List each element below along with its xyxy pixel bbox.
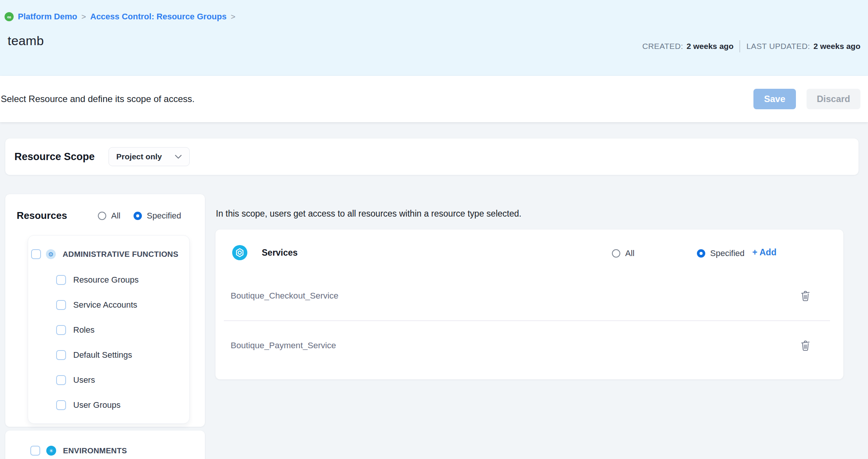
platform-logo-icon: ∞ bbox=[5, 12, 14, 21]
table-row-boutique-checkout-service: Boutique_Checkout_Service bbox=[215, 271, 843, 321]
radio-off-icon[interactable] bbox=[98, 212, 106, 220]
chevron-right-icon: > bbox=[81, 12, 86, 21]
chevron-down-icon bbox=[175, 155, 182, 159]
resources-radio-all[interactable]: All bbox=[98, 211, 120, 221]
access-control-resource-group-page: ∞ Platform Demo > Access Control: Resour… bbox=[0, 0, 868, 459]
administrative-functions-checkbox[interactable] bbox=[31, 249, 41, 259]
resources-radio-specified[interactable]: Specified bbox=[134, 211, 181, 221]
item-label: Default Settings bbox=[73, 350, 132, 360]
radio-off-icon[interactable] bbox=[612, 249, 620, 258]
service-name: Boutique_Payment_Service bbox=[231, 341, 336, 351]
section-row-environments: ✳ ENVIRONMENTS bbox=[5, 431, 205, 456]
chevron-right-icon: > bbox=[231, 12, 235, 21]
trash-icon bbox=[800, 291, 810, 301]
breadcrumb-platform-demo[interactable]: Platform Demo bbox=[18, 12, 77, 22]
resource-scope-selected-value: Project only bbox=[116, 152, 162, 161]
created-value: 2 weeks ago bbox=[687, 42, 734, 51]
item-label: Resource Groups bbox=[73, 275, 138, 285]
section-row-administrative-functions: ⚙ ADMINISTRATIVE FUNCTIONS bbox=[28, 241, 189, 267]
delete-service-button[interactable] bbox=[800, 340, 810, 351]
services-radio-all[interactable]: All bbox=[612, 248, 634, 258]
discard-button[interactable]: Discard bbox=[807, 89, 860, 109]
item-label: Roles bbox=[73, 325, 94, 335]
users-checkbox[interactable] bbox=[56, 375, 66, 385]
item-label: User Groups bbox=[73, 400, 121, 410]
environments-group: ✳ ENVIRONMENTS bbox=[5, 431, 205, 459]
delete-service-button[interactable] bbox=[800, 291, 810, 301]
radio-on-icon[interactable] bbox=[134, 212, 142, 220]
environment-icon: ✳ bbox=[46, 446, 56, 456]
list-item-roles: Roles bbox=[28, 318, 189, 343]
resource-scope-card: Resource Scope Project only bbox=[5, 138, 859, 175]
list-item-default-settings: Default Settings bbox=[28, 343, 189, 368]
list-item-resource-groups: Resource Groups bbox=[28, 267, 189, 292]
list-item-users: Users bbox=[28, 368, 189, 393]
save-button[interactable]: Save bbox=[753, 89, 796, 109]
breadcrumb-access-control-resource-groups[interactable]: Access Control: Resource Groups bbox=[90, 12, 226, 22]
trash-icon bbox=[800, 340, 810, 351]
services-card: Services All Specified + Add Boutique_Ch… bbox=[215, 230, 843, 379]
administrative-functions-group: ⚙ ADMINISTRATIVE FUNCTIONS Resource Grou… bbox=[28, 235, 190, 424]
page-header: ∞ Platform Demo > Access Control: Resour… bbox=[0, 0, 868, 76]
toolbar-actions: Save Discard bbox=[753, 89, 860, 109]
resources-radio-specified-label: Specified bbox=[147, 211, 181, 221]
gear-icon: ⚙ bbox=[46, 249, 56, 259]
resources-panel-title: Resources bbox=[17, 210, 67, 222]
services-radio-all-label: All bbox=[625, 248, 634, 258]
services-title: Services bbox=[262, 248, 298, 258]
list-item-user-groups: User Groups bbox=[28, 393, 189, 418]
scope-description: In this scope, users get access to all r… bbox=[216, 209, 521, 219]
resource-groups-checkbox[interactable] bbox=[56, 275, 66, 285]
default-settings-checkbox[interactable] bbox=[56, 350, 66, 360]
environments-checkbox[interactable] bbox=[30, 446, 40, 456]
last-updated-label: LAST UPDATED: bbox=[746, 42, 810, 51]
section-name: ADMINISTRATIVE FUNCTIONS bbox=[63, 250, 178, 259]
services-card-header: Services All Specified + Add bbox=[215, 230, 843, 271]
item-label: Service Accounts bbox=[73, 300, 137, 310]
services-radio-specified[interactable]: Specified bbox=[697, 248, 745, 258]
services-radio-specified-label: Specified bbox=[710, 248, 745, 258]
toolbar-description: Select Resource and define its scope of … bbox=[0, 94, 195, 104]
meta-divider bbox=[739, 40, 740, 52]
record-meta: CREATED: 2 weeks ago LAST UPDATED: 2 wee… bbox=[642, 40, 860, 52]
last-updated-meta: LAST UPDATED: 2 weeks ago bbox=[746, 42, 860, 51]
created-label: CREATED: bbox=[642, 42, 683, 51]
resource-scope-dropdown[interactable]: Project only bbox=[108, 147, 190, 166]
resources-radio-all-label: All bbox=[111, 211, 120, 221]
breadcrumb: ∞ Platform Demo > Access Control: Resour… bbox=[5, 12, 235, 22]
add-service-button[interactable]: + Add bbox=[752, 247, 777, 258]
service-accounts-checkbox[interactable] bbox=[56, 300, 66, 310]
resources-panel: Resources All Specified ⚙ ADMINISTRATIVE… bbox=[5, 194, 205, 427]
last-updated-value: 2 weeks ago bbox=[813, 42, 860, 51]
roles-checkbox[interactable] bbox=[56, 325, 66, 335]
user-groups-checkbox[interactable] bbox=[56, 400, 66, 410]
services-hexagon-icon bbox=[232, 245, 247, 260]
action-toolbar: Select Resource and define its scope of … bbox=[0, 76, 868, 122]
section-name: ENVIRONMENTS bbox=[63, 446, 127, 455]
resource-scope-label: Resource Scope bbox=[14, 151, 95, 163]
table-row-boutique-payment-service: Boutique_Payment_Service bbox=[215, 321, 843, 370]
created-meta: CREATED: 2 weeks ago bbox=[642, 42, 734, 51]
service-name: Boutique_Checkout_Service bbox=[231, 291, 338, 301]
page-title: teamb bbox=[8, 33, 44, 48]
radio-on-icon[interactable] bbox=[697, 249, 705, 258]
list-item-service-accounts: Service Accounts bbox=[28, 292, 189, 318]
item-label: Users bbox=[73, 375, 95, 385]
